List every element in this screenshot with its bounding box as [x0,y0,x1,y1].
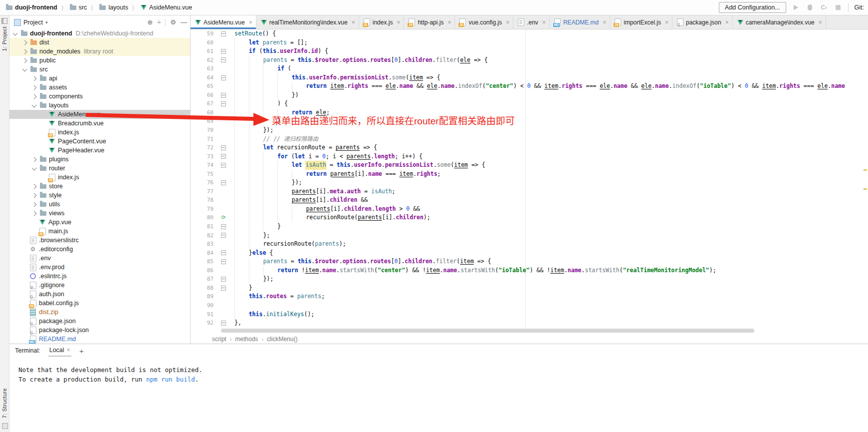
chevron-down-icon[interactable] [13,30,18,35]
chevron-right-icon[interactable] [32,85,37,90]
fold-marker-icon[interactable] [221,286,226,291]
tree-item-index-js[interactable]: JSindex.js [9,173,190,182]
tree-item-src[interactable]: src [9,65,190,74]
tree-item-layouts[interactable]: layouts [9,101,190,110]
chevron-down-icon[interactable] [32,165,37,170]
close-icon[interactable]: × [819,19,822,26]
tree-item-views[interactable]: views [9,209,190,218]
fold-marker-icon[interactable] [221,145,226,150]
gear-icon[interactable]: ⚙ [170,18,176,26]
tab-importexcel-js[interactable]: JSimportExcel.js× [610,15,672,29]
close-icon[interactable]: × [725,19,729,26]
run-icon[interactable] [792,3,800,11]
chevron-right-icon[interactable] [32,94,37,99]
fold-marker-icon[interactable] [221,163,226,168]
tree-item-api[interactable]: api [9,74,190,83]
tree-item-auth-json[interactable]: {}auth.json [9,290,190,299]
close-icon[interactable]: × [603,19,606,26]
tree-item-main-js[interactable]: JSmain.js [9,227,190,236]
coverage-icon[interactable]: C› [820,3,828,11]
close-icon[interactable]: × [447,19,451,26]
fold-marker-icon[interactable] [221,57,226,62]
breadcrumb-item-src[interactable]: src [70,4,87,11]
project-toolwindow-icon[interactable] [1,18,7,24]
tab-realtimemonitoring-index-vue[interactable]: realTimeMonitoring\index.vue× [256,15,359,29]
hide-panel-icon[interactable]: — [181,18,187,26]
tree-item-asidemenu-vue[interactable]: AsideMenu.vue [9,110,190,119]
close-icon[interactable]: × [67,347,70,354]
tab-package-json[interactable]: {}package.json× [672,15,733,29]
project-panel-title[interactable]: Project [23,19,43,26]
fold-marker-icon[interactable] [221,250,226,255]
chevron-down-icon[interactable] [32,102,37,107]
chevron-right-icon[interactable] [22,40,27,45]
tree-item--eslintrc-js[interactable]: .eslintrc.js [9,272,190,281]
tree-item-public[interactable]: public [9,56,190,65]
horizontal-scrollbar-thumb[interactable] [221,329,754,333]
chevron-right-icon[interactable] [22,49,27,54]
chevron-down-icon[interactable]: ▾ [45,20,48,25]
chevron-down-icon[interactable] [22,66,27,71]
close-icon[interactable]: × [397,19,400,26]
toolwindow-toggle-icon[interactable] [2,423,8,429]
tree-item-breadcrumb-vue[interactable]: Breadcrumb.vue [9,119,190,128]
breadcrumb-item-layouts[interactable]: layouts [99,4,128,11]
recursive-call-icon[interactable]: ⟳ [221,213,225,222]
tree-item-app-vue[interactable]: App.vue [9,218,190,227]
tree-item-dist-zip[interactable]: dist.zip [9,308,190,317]
tree-item-utils[interactable]: utils [9,200,190,209]
fold-marker-icon[interactable] [221,259,226,264]
tree-item-package-lock-json[interactable]: {}package-lock.json [9,326,190,335]
close-icon[interactable]: × [665,19,668,26]
breadcrumb-item-asidemenu-vue[interactable]: AsideMenu.vue [141,4,192,11]
chevron-right-icon[interactable] [32,193,37,198]
chevron-right-icon[interactable] [32,184,37,189]
fold-marker-icon[interactable] [221,321,226,326]
fold-marker-icon[interactable] [221,101,226,106]
git-label[interactable]: Git: [855,4,864,11]
close-icon[interactable]: × [506,19,509,26]
fold-marker-icon[interactable] [221,31,226,36]
tab--env[interactable]: .env× [513,15,550,29]
tree-item-pageheader-vue[interactable]: PageHeader.vue [9,146,190,155]
fold-marker-icon[interactable] [221,49,226,54]
tab-index-js[interactable]: JSindex.js× [359,15,405,29]
stop-icon[interactable] [834,3,842,11]
tree-item--editorconfig[interactable]: ⚙.editorconfig [9,245,190,254]
chevron-right-icon[interactable] [32,76,37,81]
tree-item-style[interactable]: style [9,191,190,200]
tab-readme-md[interactable]: MDREADME.md× [550,15,610,29]
terminal-command-link[interactable]: npm run build [146,376,195,383]
tree-item-node-modules[interactable]: node_moduleslibrary root [9,47,190,56]
fold-marker-icon[interactable] [221,224,226,229]
tree-item-duoji-frontend[interactable]: duoji-frontendD:\zheheWeb\duoji-frontend [9,29,190,38]
tree-item--env[interactable]: .env [9,254,190,263]
fold-marker-icon[interactable] [221,75,226,80]
locate-file-icon[interactable]: ⊕ [147,18,153,26]
chevron-right-icon[interactable] [22,58,27,63]
tree-item-plugins[interactable]: plugins [9,155,190,164]
chevron-right-icon[interactable] [32,157,37,162]
collapse-all-icon[interactable]: ÷ [157,18,161,26]
tree-item-readme-md[interactable]: MDREADME.md [9,335,190,344]
fold-marker-icon[interactable] [221,233,226,238]
editor-breadcrumb-item-methods[interactable]: methods [235,336,258,343]
tree-item-dist[interactable]: dist [9,38,190,47]
chevron-right-icon[interactable] [32,211,37,216]
tab-http-api-js[interactable]: JShttp-api.js× [404,15,455,29]
terminal-tab-local[interactable]: Local × [48,345,71,357]
tree-item--gitignore[interactable]: ⊘.gitignore [9,281,190,290]
add-configuration-button[interactable]: Add Configuration... [719,2,786,13]
tree-item-components[interactable]: components [9,92,190,101]
tree-item-store[interactable]: store [9,182,190,191]
fold-marker-icon[interactable] [221,93,226,98]
chevron-right-icon[interactable] [32,202,37,207]
editor-breadcrumb-item-script[interactable]: script [212,336,226,343]
tree-item-babel-config-js[interactable]: JSbabel.config.js [9,299,190,308]
terminal-output[interactable]: Note that the development build is not o… [9,357,868,432]
horizontal-scrollbar[interactable] [191,328,868,334]
tree-item-assets[interactable]: assets [9,83,190,92]
tab-cameramanage-index-vue[interactable]: cameraManage\index.vue× [733,15,826,29]
tree-item-package-json[interactable]: {}package.json [9,317,190,326]
close-icon[interactable]: × [249,19,252,26]
